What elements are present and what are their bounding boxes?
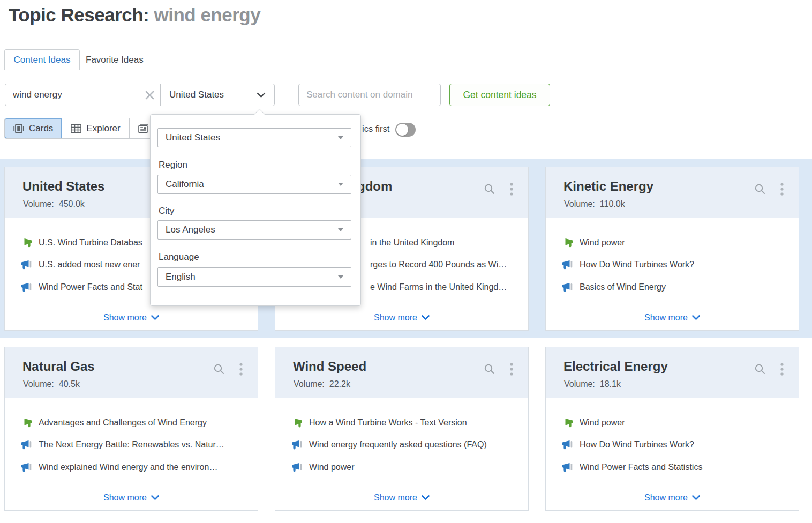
view-explorer-button[interactable]: Explorer bbox=[62, 118, 129, 138]
content-idea-title: e Wind Farms in the United Kingd… bbox=[370, 282, 524, 292]
volume-label: Volume: bbox=[564, 199, 595, 208]
trending-first-label: ics first bbox=[362, 124, 389, 134]
show-more-label: Show more bbox=[374, 313, 417, 323]
triangle-down-icon bbox=[338, 183, 343, 186]
page-title-query: wind energy bbox=[154, 4, 260, 25]
topic-volume: Volume:18.1k bbox=[564, 379, 621, 389]
show-more-label: Show more bbox=[103, 493, 147, 503]
content-idea-item[interactable]: Wind power bbox=[275, 461, 528, 474]
chevron-down-icon bbox=[692, 495, 700, 500]
content-idea-item[interactable]: Wind Power Facts and Statistics bbox=[546, 461, 799, 474]
megaphone-blue-icon bbox=[562, 440, 573, 450]
megaphone-green-icon bbox=[21, 418, 32, 428]
content-idea-item[interactable]: Wind power bbox=[546, 236, 799, 249]
topic-card: Natural Gas Volume:40.5k Show more Advan… bbox=[4, 347, 258, 511]
megaphone-green-icon bbox=[21, 238, 32, 248]
megaphone-green-icon bbox=[562, 238, 573, 248]
search-topic-icon[interactable] bbox=[483, 183, 496, 196]
volume-label: Volume: bbox=[564, 379, 595, 388]
language-label: Language bbox=[159, 252, 199, 263]
triangle-down-icon bbox=[338, 275, 343, 279]
page-title: Topic Research: wind energy bbox=[9, 4, 260, 26]
domain-search-input[interactable] bbox=[298, 84, 441, 106]
kebab-menu-icon[interactable] bbox=[510, 183, 513, 196]
region-label: Region bbox=[159, 160, 187, 170]
tab-content-ideas[interactable]: Content Ideas bbox=[4, 49, 80, 70]
chevron-down-icon bbox=[151, 495, 159, 500]
content-idea-item[interactable]: Wind power bbox=[546, 416, 799, 429]
search-topic-icon[interactable] bbox=[754, 363, 766, 376]
content-idea-item[interactable]: How Do Wind Turbines Work? bbox=[546, 258, 799, 271]
topic-title: Kinetic Energy bbox=[563, 179, 653, 194]
volume-value: 450.0k bbox=[59, 199, 85, 208]
database-select[interactable]: United States bbox=[160, 84, 274, 106]
volume-value: 22.2k bbox=[329, 379, 350, 388]
page-title-prefix: Topic Research: bbox=[9, 4, 149, 25]
content-idea-item[interactable]: Wind energy frequently asked questions (… bbox=[275, 438, 528, 451]
search-group: United States bbox=[5, 84, 275, 106]
show-more-link[interactable]: Show more bbox=[546, 313, 799, 323]
content-idea-title: rges to Record 400 Pounds as Wi… bbox=[370, 260, 524, 270]
show-more-link[interactable]: Show more bbox=[275, 493, 528, 503]
show-more-label: Show more bbox=[103, 313, 147, 323]
triangle-down-icon bbox=[338, 136, 343, 139]
topic-card-header: Wind Speed Volume:22.2k bbox=[275, 347, 528, 398]
search-topic-icon[interactable] bbox=[213, 363, 225, 376]
topic-card-header: Kinetic Energy Volume:110.0k bbox=[546, 167, 799, 218]
volume-label: Volume: bbox=[23, 199, 54, 208]
view-mode-group: Cards Explorer bbox=[4, 118, 157, 139]
panel-language-select[interactable]: English bbox=[157, 267, 351, 287]
kebab-menu-icon[interactable] bbox=[780, 183, 784, 196]
content-idea-title: Wind explained Wind energy and the envir… bbox=[39, 462, 253, 472]
show-more-label: Show more bbox=[644, 493, 688, 503]
toggle-knob bbox=[396, 124, 408, 136]
content-idea-item[interactable]: How a Wind Turbine Works - Text Version bbox=[275, 416, 528, 429]
topic-card-header: Natural Gas Volume:40.5k bbox=[5, 347, 258, 398]
topic-card-header: Electrical Energy Volume:18.1k bbox=[546, 347, 799, 398]
content-idea-item[interactable]: Basics of Wind Energy bbox=[546, 281, 799, 294]
kebab-menu-icon[interactable] bbox=[510, 363, 513, 376]
trending-first-toggle[interactable] bbox=[395, 123, 416, 137]
kebab-menu-icon[interactable] bbox=[239, 363, 243, 376]
topic-card: Kinetic Energy Volume:110.0k Show more W… bbox=[545, 167, 799, 331]
content-idea-title: Wind power bbox=[580, 238, 794, 248]
view-cards-label: Cards bbox=[29, 123, 53, 134]
search-topic-icon[interactable] bbox=[483, 363, 496, 376]
show-more-link[interactable]: Show more bbox=[5, 493, 258, 503]
volume-value: 18.1k bbox=[600, 379, 621, 388]
view-explorer-label: Explorer bbox=[86, 123, 120, 134]
database-select-value: United States bbox=[169, 89, 224, 100]
kebab-menu-icon[interactable] bbox=[780, 363, 784, 376]
panel-city-value: Los Angeles bbox=[166, 225, 215, 235]
view-cards-button[interactable]: Cards bbox=[5, 118, 62, 138]
panel-region-select[interactable]: California bbox=[157, 175, 351, 194]
show-more-link[interactable]: Show more bbox=[5, 313, 258, 323]
search-topic-icon[interactable] bbox=[754, 183, 766, 196]
panel-country-select[interactable]: United States bbox=[157, 128, 351, 147]
topic-title: Natural Gas bbox=[22, 359, 95, 374]
get-content-ideas-button[interactable]: Get content ideas bbox=[449, 84, 550, 106]
panel-language-value: English bbox=[166, 272, 196, 282]
chevron-down-icon bbox=[422, 315, 430, 320]
content-idea-title: Advantages and Challenges of Wind Energy bbox=[39, 418, 253, 428]
topic-query-input[interactable] bbox=[5, 84, 139, 106]
content-idea-title: Wind power bbox=[580, 418, 794, 428]
chevron-down-icon bbox=[692, 315, 700, 320]
show-more-link[interactable]: Show more bbox=[546, 493, 799, 503]
show-more-label: Show more bbox=[644, 313, 688, 323]
topic-title: United States bbox=[22, 179, 104, 194]
show-more-link[interactable]: Show more bbox=[275, 313, 528, 323]
megaphone-green-icon bbox=[291, 418, 303, 428]
tab-favorite-ideas[interactable]: Favorite Ideas bbox=[86, 49, 144, 70]
content-idea-item[interactable]: Wind explained Wind energy and the envir… bbox=[5, 461, 258, 474]
clear-query-icon[interactable] bbox=[139, 84, 160, 106]
topic-title: Wind Speed bbox=[293, 359, 366, 374]
content-idea-item[interactable]: The Next Energy Battle: Renewables vs. N… bbox=[5, 438, 258, 451]
content-idea-item[interactable]: Advantages and Challenges of Wind Energy bbox=[5, 416, 258, 429]
volume-value: 110.0k bbox=[600, 199, 625, 208]
content-idea-item[interactable]: How Do Wind Turbines Work? bbox=[546, 438, 799, 451]
panel-caret bbox=[254, 109, 265, 120]
panel-city-select[interactable]: Los Angeles bbox=[157, 220, 351, 240]
content-idea-title: Wind power bbox=[309, 462, 524, 472]
topic-card: Wind Speed Volume:22.2k Show more How a … bbox=[275, 347, 529, 511]
